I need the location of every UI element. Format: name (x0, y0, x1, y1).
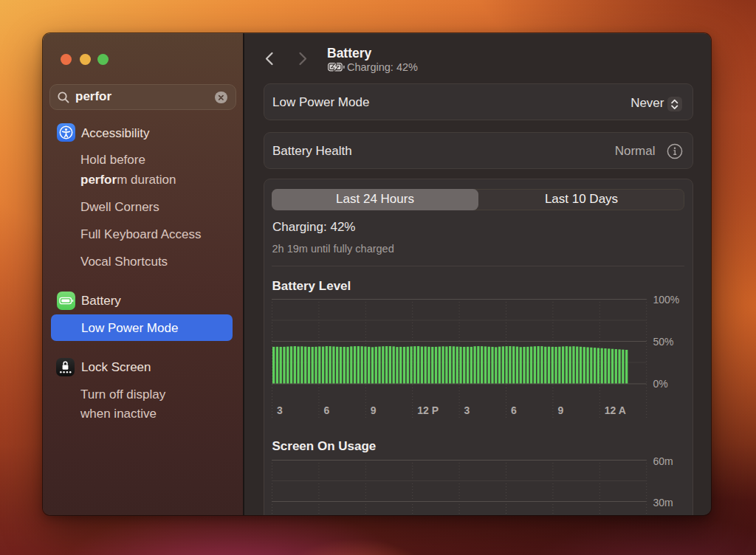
svg-text:30m: 30m (653, 497, 673, 509)
svg-text:100%: 100% (653, 294, 680, 306)
svg-text:6: 6 (323, 404, 329, 416)
svg-text:9: 9 (371, 404, 377, 416)
svg-text:60m: 60m (653, 455, 673, 467)
svg-text:6: 6 (511, 404, 517, 416)
svg-text:50%: 50% (653, 336, 674, 348)
svg-text:0%: 0% (653, 378, 668, 390)
svg-text:3: 3 (464, 404, 470, 416)
svg-text:3: 3 (277, 404, 283, 416)
svg-text:12 P: 12 P (417, 404, 439, 416)
svg-text:9: 9 (557, 404, 563, 416)
svg-text:12 A: 12 A (605, 404, 626, 416)
